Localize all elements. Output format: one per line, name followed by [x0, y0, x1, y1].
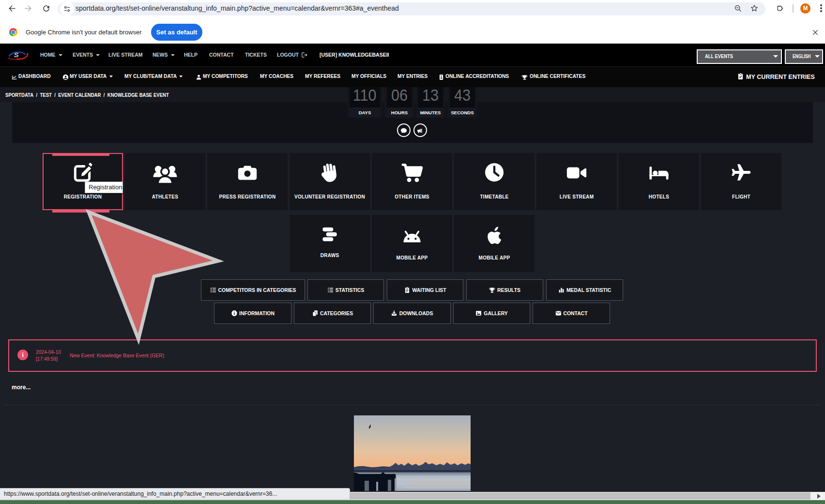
svg-text:S: S — [14, 52, 19, 59]
